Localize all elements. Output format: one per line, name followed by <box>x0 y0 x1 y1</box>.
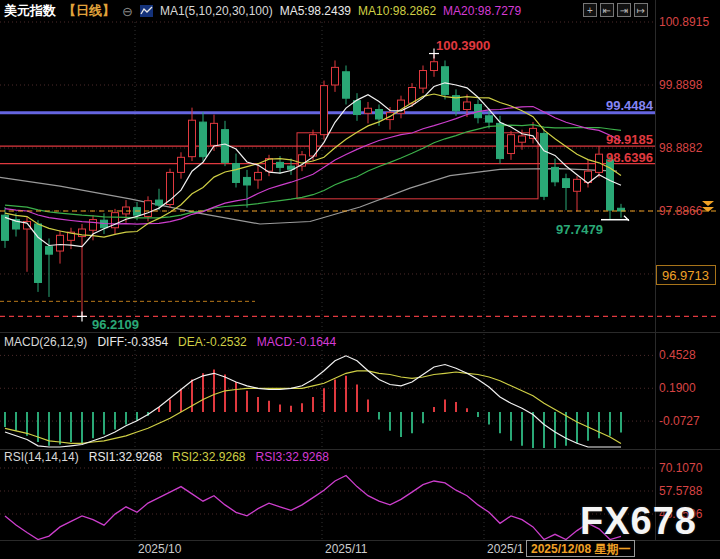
price-seal-icon[interactable] <box>702 200 714 213</box>
watermark: FX678 <box>580 500 697 543</box>
chart-svg[interactable] <box>0 0 720 559</box>
candlestick[interactable] <box>2 215 9 240</box>
period-label[interactable]: 【日线】 <box>63 2 115 20</box>
macd-dea-value: DEA:-0.2532 <box>178 335 247 349</box>
ma-settings-label[interactable]: MA1(5,10,20,30,100) <box>160 4 273 18</box>
high-annotation: 100.3900 <box>436 38 490 53</box>
chart-header: 美元指数 【日线】 ⊖ MA1(5,10,20,30,100) MA5:98.2… <box>4 2 521 20</box>
chart-toolbar: + ⇤ ⇥ ↦ <box>583 3 648 17</box>
time-axis-label: 2025/1 <box>487 542 524 556</box>
price-axis-label: 98.8882 <box>659 141 702 155</box>
rsi-title[interactable]: RSI(14,14,14) <box>4 450 79 464</box>
price-axis-label: 97.8866 <box>659 204 702 218</box>
candlestick[interactable] <box>156 200 163 205</box>
candlestick[interactable] <box>552 167 559 181</box>
candlestick[interactable] <box>343 72 350 98</box>
macd-value: MACD:-0.1644 <box>257 335 336 349</box>
candlestick[interactable] <box>222 130 229 163</box>
candlestick[interactable] <box>574 179 581 191</box>
candlestick[interactable] <box>464 102 471 110</box>
pan-left-icon[interactable]: ⇤ <box>600 3 614 17</box>
macd-axis-label: 0.4528 <box>659 348 696 362</box>
macd-header: MACD(26,12,9) DIFF:-0.3354 DEA:-0.2532 M… <box>4 335 336 349</box>
rsi2-value: RSI2:32.9268 <box>172 450 245 464</box>
pan-right-icon[interactable]: ⇥ <box>617 3 631 17</box>
macd-title[interactable]: MACD(26,12,9) <box>4 335 87 349</box>
ma20-line <box>5 107 621 225</box>
final-low-annotation: 97.7479 <box>556 222 603 237</box>
candlestick[interactable] <box>277 162 284 167</box>
time-axis-label: 2025/10 <box>138 542 181 556</box>
collapse-icon[interactable]: ⊖ <box>122 4 133 19</box>
macd-axis-label: 0.1900 <box>659 381 696 395</box>
candlestick[interactable] <box>497 123 504 158</box>
candlestick[interactable] <box>519 136 526 142</box>
candlestick[interactable] <box>233 164 240 183</box>
candlestick[interactable] <box>200 122 207 157</box>
candlestick[interactable] <box>541 133 548 196</box>
candlestick[interactable] <box>431 62 438 71</box>
resistance1-label: 98.9185 <box>601 132 653 147</box>
resistance2-label: 98.6396 <box>601 150 653 165</box>
candlestick[interactable] <box>486 116 493 122</box>
price-marker-box: 96.9713 <box>656 265 716 285</box>
macd-diff-value: DIFF:-0.3354 <box>97 335 168 349</box>
rsi-axis-label: 57.5788 <box>659 484 702 498</box>
candlestick[interactable] <box>178 157 185 172</box>
price-axis-label: 100.8915 <box>659 15 709 29</box>
ma20-value: MA20:98.7279 <box>443 4 521 18</box>
swing-low-annotation: 96.2109 <box>92 317 139 332</box>
candlestick[interactable] <box>35 224 42 282</box>
price-axis-label: 99.8898 <box>659 78 702 92</box>
candlestick[interactable] <box>530 128 537 138</box>
candlestick[interactable] <box>211 123 218 145</box>
candlestick[interactable] <box>57 235 64 251</box>
candlestick[interactable] <box>420 71 427 89</box>
ma10-line <box>5 94 621 237</box>
rsi-line <box>5 476 621 540</box>
candlestick[interactable] <box>244 177 251 185</box>
candlestick[interactable] <box>189 120 196 156</box>
candlestick[interactable] <box>321 86 328 135</box>
candlestick[interactable] <box>332 67 339 85</box>
macd-axis-label: -0.0727 <box>659 414 700 428</box>
jump-latest-icon[interactable]: ↦ <box>634 3 648 17</box>
candlestick[interactable] <box>46 247 53 255</box>
ma5-value: MA5:98.2439 <box>280 4 351 18</box>
candlestick[interactable] <box>90 220 97 231</box>
rsi1-value: RSI1:32.9268 <box>89 450 162 464</box>
candlestick[interactable] <box>365 108 372 113</box>
mini-chart-icon <box>140 5 153 17</box>
ma5-line <box>5 83 621 247</box>
crosshair-icon[interactable]: + <box>583 3 597 17</box>
time-axis-label: 2025/11 <box>325 542 368 556</box>
ma10-value: MA10:98.2862 <box>358 4 436 18</box>
candlestick[interactable] <box>563 179 570 188</box>
symbol-name: 美元指数 <box>4 2 56 20</box>
candlestick[interactable] <box>376 110 383 119</box>
candlestick[interactable] <box>442 67 449 95</box>
candlestick[interactable] <box>354 101 361 115</box>
rsi-header: RSI(14,14,14) RSI1:32.9268 RSI2:32.9268 … <box>4 450 329 464</box>
candlestick[interactable] <box>508 135 515 154</box>
rsi3-value: RSI3:32.9268 <box>256 450 329 464</box>
candlestick[interactable] <box>255 172 262 180</box>
blue-level-label: 99.4484 <box>601 98 653 113</box>
rsi-axis-label: 70.1070 <box>659 461 702 475</box>
